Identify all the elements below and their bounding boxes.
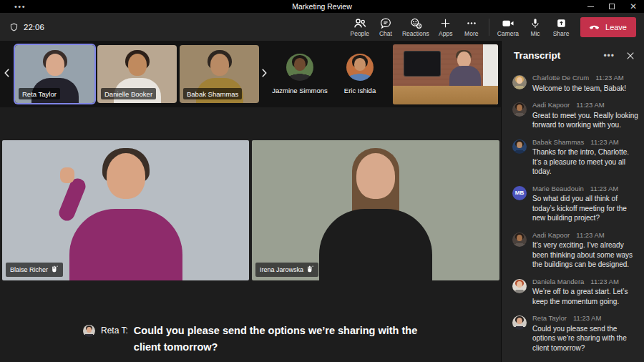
participant-name-label: Irena Jarowska [255,263,318,277]
avatar [512,140,527,154]
share-icon [555,17,567,29]
camera-button[interactable]: Camera [494,17,522,37]
chevron-right-icon [261,68,268,81]
filmstrip-tile-danielle-booker[interactable]: Danielle Booker [97,45,177,103]
caption-text: Could you please send the options we’re … [134,323,436,356]
participant-name-label: Jazmine Simmons [272,87,328,94]
chat-label: Chat [379,30,392,37]
interpreter-video [252,140,499,280]
participant-avatar-jazmine-simmons[interactable]: Jazmine Simmons [270,54,330,94]
speaker-name: Reta Taylor [532,314,567,322]
more-button[interactable]: More [459,17,484,37]
speaker-name: Daniela Mandera [532,278,584,285]
speaker-name: Babak Shammas [532,138,584,146]
avatar [346,54,374,81]
share-button[interactable]: Share [548,17,574,37]
timestamp: 11:23 AM [573,314,601,322]
office-desk [393,86,498,104]
avatar [512,233,527,247]
transcript-messages: Charlotte De Crum11:23 AM Welcome to the… [502,68,644,361]
avatar [512,315,527,330]
participant-name-label: Babak Shammas [183,88,242,99]
filmstrip-tile-babak-shammas[interactable]: Babak Shammas [180,45,259,103]
camera-label: Camera [497,30,519,37]
maximize-button[interactable] [609,4,615,9]
people-icon [353,17,367,29]
meeting-toolbar: 22:06 People Chat Reactions Apps More [0,13,644,41]
meeting-title: Marketing Review [292,2,351,11]
meeting-content: Reta Taylor Danielle Booker Babak Shamma… [0,41,644,362]
transcript-header: Transcript ••• [502,41,644,68]
timestamp: 11:23 AM [590,185,618,192]
sign-language-hand-icon [51,265,59,275]
timestamp: 11:23 AM [595,74,623,82]
filmstrip-tile-reta-taylor[interactable]: Reta Taylor [15,45,94,103]
participant-name-label: Eric Ishida [344,87,376,94]
timer-value: 22:06 [24,23,44,31]
reactions-label: Reactions [402,30,429,37]
participant-name-label: Reta Taylor [19,88,60,99]
people-button[interactable]: People [347,17,373,37]
message-text: We’re off to a great start. Let’s keep t… [532,287,638,306]
timestamp: 11:23 AM [576,231,604,239]
apps-button[interactable]: Apps [433,17,459,37]
transcript-message: Babak Shammas11:23 AM Thanks for the int… [512,138,638,177]
share-label: Share [553,30,570,37]
transcript-title: Transcript [514,50,603,61]
stage-tile-blaise-richer[interactable]: Blaise Richer [2,140,249,280]
message-text: Thanks for the intro, Charlotte. It’s a … [532,147,638,177]
more-icon [465,17,478,29]
transcript-message: Charlotte De Crum11:23 AM Welcome to the… [512,74,638,93]
teams-meeting-window: ••• Marketing Review ✕ 22:06 People Chat [0,0,644,362]
wall-tv [404,52,440,76]
message-text: So what did you all think of today’s kic… [532,194,638,223]
transcript-message: Reta Taylor11:23 AM Could you please sen… [512,314,638,353]
participant-avatar-eric-ishida[interactable]: Eric Ishida [330,54,390,94]
message-text: It’s very exciting. I’ve already been th… [532,240,638,270]
message-text: Great to meet you. Really looking forwar… [532,111,638,130]
chat-icon [379,17,392,29]
camera-icon [501,17,515,29]
phone-hangup-icon [588,21,600,34]
transcript-message: Daniela Mandera11:23 AM We’re off to a g… [512,278,638,307]
mic-button[interactable]: Mic [522,17,548,37]
transcript-message: Aadi Kapoor11:23 AM Great to meet you. R… [512,101,638,130]
stage-tile-irena-jarowska[interactable]: Irena Jarowska [252,140,499,280]
message-text: Could you please send the options we’re … [532,324,638,353]
filmstrip-prev-button[interactable] [1,45,12,103]
apps-label: Apps [439,30,452,37]
avatar [512,102,527,117]
live-captions: Reta T: Could you please send the option… [83,323,484,356]
reactions-icon [409,17,423,29]
speaker-name: Aadi Kapoor [532,101,570,109]
participant-filmstrip: Reta Taylor Danielle Booker Babak Shamma… [0,41,501,107]
transcript-message: Aadi Kapoor11:23 AM It’s very exciting. … [512,231,638,270]
filmstrip-office-video-tile[interactable] [393,44,498,104]
participant-name-label: Danielle Booker [101,88,156,99]
transcript-close-icon[interactable] [626,52,635,60]
mic-icon [530,17,541,29]
people-label: People [351,30,369,37]
close-window-button[interactable]: ✕ [630,1,637,12]
transcript-message: MB Marie Beaudouin11:23 AM So what did y… [512,185,638,223]
chat-button[interactable]: Chat [373,17,399,37]
leave-button[interactable]: Leave [580,17,636,37]
avatar [512,279,527,293]
avatar [512,75,527,89]
caption-speaker-avatar [83,325,95,337]
speaker-name: Marie Beaudouin [532,185,584,192]
timestamp: 11:23 AM [590,278,618,285]
minimize-button[interactable] [587,6,594,7]
window-controls: ✕ [587,0,637,13]
sign-language-hand-icon [306,265,314,275]
more-label: More [464,30,478,37]
transcript-more-icon[interactable]: ••• [603,52,615,59]
toolbar-divider [489,19,489,36]
interpreter-video [2,140,249,280]
filmstrip-next-button[interactable] [259,45,270,103]
reactions-button[interactable]: Reactions [399,17,433,37]
titlebar-more-icon[interactable]: ••• [14,1,26,12]
participant-name-label: Blaise Richer [6,263,63,277]
speaker-name: Aadi Kapoor [532,231,570,239]
transcript-panel: Transcript ••• Charlotte De Crum11:23 AM… [501,41,644,362]
